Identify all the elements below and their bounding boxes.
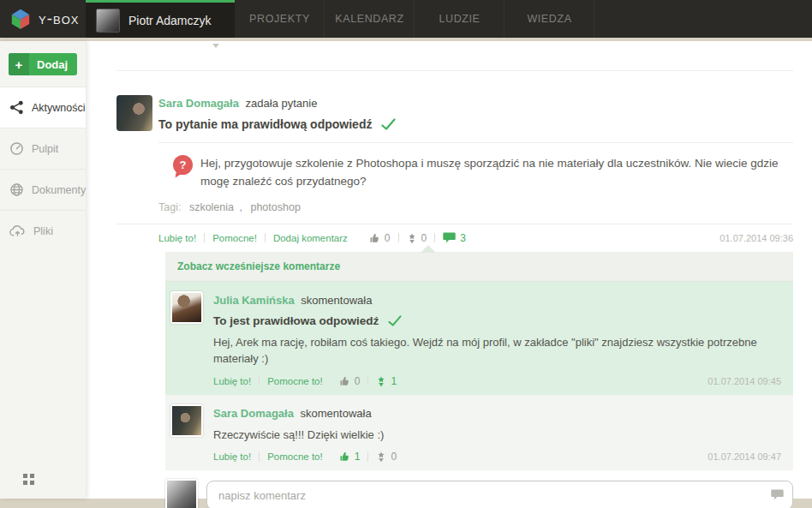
comment-body: Hej, Arek ma rację, robiłam coś takiego.…: [213, 335, 781, 368]
tab-ludzie[interactable]: LUDZIE: [415, 0, 505, 38]
current-user-avatar: [165, 479, 198, 508]
thumb-up-icon: [340, 376, 350, 386]
question-timestamp: 01.07.2014 09:36: [719, 233, 793, 243]
share-icon: [9, 100, 24, 115]
tab-wiedza[interactable]: WIEDZA: [505, 0, 594, 38]
chat-bubble-icon: [443, 232, 456, 243]
question-verb: zadała pytanie: [246, 97, 318, 110]
comment-author-name[interactable]: Sara Domagała: [213, 407, 294, 420]
comments-count: 3: [443, 232, 466, 244]
add-button[interactable]: + Dodaj: [9, 53, 77, 75]
thumb-up-icon: [340, 451, 350, 462]
tag-szkolenia[interactable]: szkolenia: [189, 201, 234, 213]
helpful-link[interactable]: Pomocne to!: [267, 376, 323, 386]
apps-grid-icon[interactable]: [23, 474, 34, 485]
comments-pointer: [421, 245, 436, 253]
tab-projekty[interactable]: PROJEKTY: [235, 0, 325, 38]
helpful-count: 0: [407, 232, 427, 244]
show-earlier-comments-link[interactable]: Zobacz wcześniejsze komentarze: [165, 252, 793, 282]
sidebar-item-aktywnosci[interactable]: Aktywności: [0, 87, 86, 128]
new-comment-row: [165, 479, 793, 508]
comment-julia: Julia Kamińska skomentowała To jest praw…: [165, 282, 793, 395]
likes-count: 0: [340, 375, 361, 387]
comment-author-avatar[interactable]: [170, 291, 203, 324]
like-link[interactable]: Lubię to!: [213, 451, 251, 462]
medal-icon: [376, 451, 386, 462]
comment-sara: Sara Domagała skomentowała Rzeczywiście …: [165, 395, 793, 471]
question-author-avatar[interactable]: [116, 95, 152, 131]
plus-icon: +: [9, 53, 29, 75]
user-name: Piotr Adamczyk: [128, 14, 211, 27]
thumb-up-icon: [370, 233, 380, 243]
correct-answer-check-icon: [388, 315, 402, 326]
medal-icon: [407, 233, 417, 243]
correct-answer-check-icon: [381, 118, 396, 130]
cloud-upload-icon: [9, 224, 26, 238]
helpful-link[interactable]: Pomocne!: [212, 233, 257, 243]
globe-icon: [9, 182, 24, 197]
comment-status-text: To jest prawidłowa odpowiedź: [213, 314, 379, 327]
like-link[interactable]: Lubię to!: [213, 376, 251, 386]
left-sidebar: + Dodaj Aktywności Pulpit: [0, 41, 86, 499]
sidebar-item-dokumenty[interactable]: Dokumenty: [0, 169, 86, 210]
brand-name: y-box: [39, 9, 79, 28]
helpful-count: 1: [376, 375, 397, 387]
tags-label: Tagi:: [158, 201, 181, 213]
question-bubble-icon: ?: [173, 155, 193, 175]
medal-icon: [376, 376, 386, 386]
feed-panel: Sara Domagała zadała pytanie To pytanie …: [86, 41, 812, 499]
brand-logo[interactable]: y-box: [0, 0, 86, 38]
question-tags: Tagi: szkolenia , photoshop: [158, 201, 793, 213]
divider: [116, 70, 793, 71]
comment-author-avatar[interactable]: [170, 404, 203, 437]
user-avatar: [96, 9, 120, 33]
collapsed-dropdown-caret-icon[interactable]: [210, 44, 222, 51]
tab-user-profile[interactable]: Piotr Adamczyk: [86, 0, 235, 38]
sidebar-item-pulpit[interactable]: Pulpit: [0, 128, 86, 169]
question-author-name[interactable]: Sara Domagała: [158, 97, 239, 110]
cube-logo-icon: [9, 8, 32, 30]
question-post: Sara Domagała zadała pytanie To pytanie …: [116, 95, 793, 143]
likes-count: 1: [340, 451, 361, 463]
comment-timestamp: 01.07.2014 09:45: [708, 376, 781, 386]
dashboard-icon: [9, 141, 24, 156]
comment-author-name[interactable]: Julia Kamińska: [213, 294, 295, 307]
add-comment-link[interactable]: Dodaj komentarz: [273, 233, 348, 243]
top-navbar: y-box Piotr Adamczyk PROJEKTY KALENDARZ …: [0, 0, 812, 38]
question-body: Hej, przygotowuje szkolenie z Photoshopa…: [200, 155, 793, 191]
like-link[interactable]: Lubię to!: [158, 233, 196, 243]
tab-kalendarz[interactable]: KALENDARZ: [325, 0, 415, 38]
helpful-count: 0: [376, 451, 397, 463]
tag-photoshop[interactable]: photoshop: [250, 201, 300, 213]
question-action-row: Lubię to! Pomocne! Dodaj komentarz 0: [158, 232, 793, 244]
likes-count: 0: [370, 232, 391, 244]
comment-input[interactable]: [206, 481, 793, 508]
comment-bubble-icon[interactable]: [771, 489, 784, 500]
helpful-link[interactable]: Pomocne to!: [267, 451, 323, 462]
sidebar-item-pliki[interactable]: Pliki: [0, 210, 86, 251]
question-status-text: To pytanie ma prawidłową odpowiedź: [158, 117, 372, 131]
divider: [116, 224, 793, 224]
comment-body: Rzeczywiście są!!! Dzięki wielkie :): [213, 427, 781, 444]
comments-section: Zobacz wcześniejsze komentarze Julia Kam…: [165, 252, 793, 471]
comment-timestamp: 01.07.2014 09:47: [708, 451, 781, 462]
